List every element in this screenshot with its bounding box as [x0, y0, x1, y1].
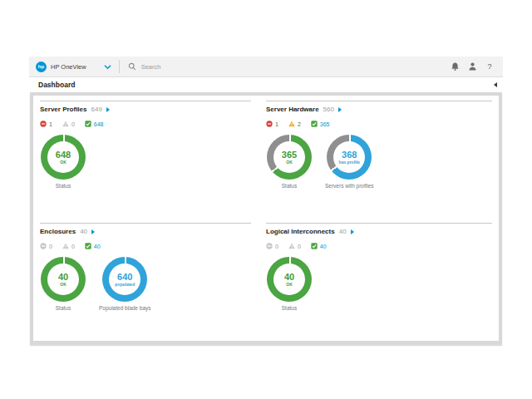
donut-center: 640 populated [109, 264, 140, 295]
donut-value: 648 [56, 150, 71, 160]
check-icon [311, 243, 318, 249]
critical-count: 1 [275, 121, 278, 127]
ok-stat[interactable]: 648 [85, 121, 104, 127]
user-icon[interactable] [467, 62, 477, 71]
donut-row: 40 OK Status [266, 257, 492, 311]
warning-stat[interactable]: 0 [62, 243, 75, 249]
donut-value: 365 [282, 150, 297, 160]
panel-enclosures: Enclosures 40 0 0 40 [40, 223, 251, 345]
panel-count: 40 [80, 228, 87, 235]
panel-logical-interconnects-link[interactable]: Logical Interconnects 40 [266, 228, 492, 235]
status-donut-chart[interactable]: 648 OK [41, 135, 86, 180]
critical-count: 1 [49, 121, 52, 127]
ok-count: 40 [94, 244, 101, 249]
donut-caption: Servers with profiles [325, 183, 374, 189]
check-icon [85, 243, 91, 249]
chevron-right-icon [351, 229, 354, 234]
chevron-down-icon [104, 64, 111, 70]
topbar-actions: ? [450, 62, 503, 71]
status-donut-chart[interactable]: 365 OK [267, 135, 312, 180]
donut-center: 40 OK [273, 264, 305, 295]
donut-value: 368 [342, 150, 357, 160]
donut-center: 365 OK [273, 141, 305, 173]
ok-count: 648 [94, 121, 104, 127]
panel-server-hardware-link[interactable]: Server Hardware 560 [266, 106, 492, 113]
warning-stat[interactable]: 0 [62, 121, 75, 127]
donut-sublabel: OK [286, 160, 293, 165]
status-donut-block: 648 OK Status [41, 135, 86, 189]
status-donut-block: 365 OK Status [267, 135, 312, 189]
panel-server-hardware: Server Hardware 560 1 2 365 [266, 101, 492, 223]
ok-stat[interactable]: 40 [311, 243, 327, 249]
donut-value: 40 [58, 273, 68, 282]
donut-sublabel: OK [286, 283, 293, 287]
page-title: Dashboard [38, 81, 75, 89]
panel-title: Server Profiles [40, 106, 86, 113]
warning-icon [288, 121, 295, 127]
panel-logical-interconnects: Logical Interconnects 40 0 0 40 [266, 223, 492, 345]
critical-icon [40, 121, 47, 127]
donut-center: 40 OK [47, 264, 79, 295]
critical-stat[interactable]: 1 [266, 121, 278, 127]
critical-stat[interactable]: 0 [40, 243, 52, 249]
app-menu-dropdown[interactable]: hp HP OneView [29, 62, 119, 72]
panel-title: Enclosures [40, 228, 76, 235]
warning-count: 0 [71, 244, 75, 249]
status-summary-row: 0 0 40 [266, 243, 492, 249]
status-summary-row: 1 0 648 [40, 121, 251, 127]
warning-count: 2 [298, 121, 301, 127]
donut-caption: Status [282, 183, 297, 189]
donut-center: 368 has profile [333, 141, 365, 173]
critical-stat[interactable]: 1 [40, 121, 52, 127]
donut-center: 648 OK [47, 141, 79, 173]
donut-caption: Status [282, 305, 297, 311]
donut-sublabel: has profile [339, 160, 360, 165]
donut-value: 640 [117, 273, 132, 282]
app-window: hp HP OneView Search ? Dashboard [29, 57, 503, 344]
donut-value: 40 [284, 273, 294, 282]
donut-row: 40 OK Status 640 populated [40, 257, 251, 311]
status-donut-chart[interactable]: 40 OK [41, 257, 86, 302]
donut-row: 648 OK Status [40, 135, 251, 189]
panel-enclosures-link[interactable]: Enclosures 40 [40, 228, 251, 235]
critical-stat[interactable]: 0 [266, 243, 278, 249]
panel-count: 560 [323, 106, 334, 113]
servers-with-profiles-donut-chart[interactable]: 368 has profile [327, 135, 372, 180]
ok-count: 365 [320, 121, 330, 127]
bell-icon[interactable] [450, 62, 460, 71]
search-input[interactable]: Search [120, 62, 450, 71]
ok-stat[interactable]: 40 [85, 243, 101, 249]
critical-icon [266, 243, 273, 249]
warning-count: 0 [71, 121, 75, 127]
warning-icon [288, 243, 295, 249]
warning-count: 0 [298, 244, 301, 249]
status-donut-chart[interactable]: 40 OK [267, 257, 312, 302]
blade-bays-donut-block: 640 populated Populated blade bays [99, 257, 151, 311]
panel-server-profiles: Server Profiles 649 1 0 648 [40, 101, 251, 223]
ok-count: 40 [320, 244, 327, 249]
donut-row: 365 OK Status 368 has profile [266, 135, 492, 189]
warning-icon [62, 243, 69, 249]
warning-stat[interactable]: 0 [288, 243, 301, 249]
warning-icon [62, 121, 69, 127]
status-summary-row: 1 2 365 [266, 121, 492, 127]
donut-caption: Status [56, 305, 71, 311]
warning-stat[interactable]: 2 [288, 121, 301, 127]
collapse-panel-arrow-icon[interactable] [494, 82, 497, 87]
page-bar: Dashboard [29, 77, 503, 92]
status-donut-block: 40 OK Status [41, 257, 86, 311]
panel-title: Server Hardware [266, 106, 319, 113]
ok-stat[interactable]: 365 [311, 121, 330, 127]
status-summary-row: 0 0 40 [40, 243, 251, 249]
help-icon[interactable]: ? [485, 62, 495, 71]
check-icon [85, 121, 91, 127]
profiles-donut-block: 368 has profile Servers with profiles [325, 135, 374, 189]
dashboard-grid: Server Profiles 649 1 0 648 [33, 96, 499, 350]
panel-count: 649 [91, 106, 101, 113]
panel-server-profiles-link[interactable]: Server Profiles 649 [40, 106, 251, 113]
critical-count: 0 [49, 244, 52, 249]
populated-blade-bays-donut-chart[interactable]: 640 populated [102, 257, 147, 302]
check-icon [311, 121, 318, 127]
donut-sublabel: OK [60, 283, 66, 287]
top-bar: hp HP OneView Search ? [29, 57, 503, 77]
